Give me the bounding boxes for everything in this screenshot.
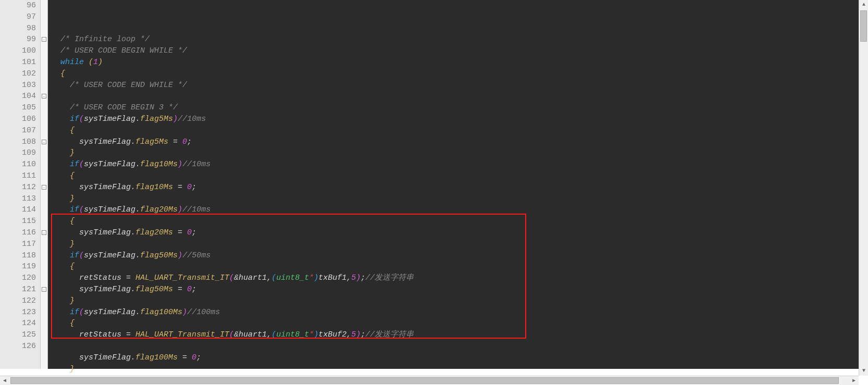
code-token: = (173, 228, 187, 237)
fold-toggle-icon[interactable]: - (42, 185, 46, 190)
code-token: sysTimeFlag (84, 251, 135, 260)
code-token: uint8_t (276, 274, 309, 282)
code-editor[interactable]: 9697989910010110210310410510610710810911… (0, 0, 859, 369)
code-token: = (178, 353, 192, 362)
code-line[interactable]: /* USER CODE END WHILE */ (51, 80, 859, 91)
code-token: ) (173, 115, 178, 123)
code-token: //10ms (182, 160, 210, 169)
scroll-right-arrow-icon[interactable]: ▶ (849, 376, 859, 385)
code-token: ; (192, 183, 196, 192)
line-number: 106 (0, 114, 36, 125)
scroll-left-arrow-icon[interactable]: ◀ (0, 376, 9, 385)
code-token: sysTimeFlag (79, 228, 131, 237)
line-number: 98 (0, 23, 36, 34)
code-line[interactable]: sysTimeFlag.flag20Ms = 0; (51, 227, 859, 239)
code-token: , (267, 330, 271, 339)
code-area[interactable]: /* Infinite loop */ /* USER CODE BEGIN W… (48, 0, 859, 369)
code-token: = (168, 138, 182, 146)
line-number: 121 (0, 284, 36, 295)
code-token: & (234, 274, 239, 282)
code-token: /* USER CODE BEGIN 3 */ (70, 103, 178, 112)
scroll-down-arrow-icon[interactable]: ▼ (859, 366, 868, 376)
line-number: 115 (0, 216, 36, 227)
fold-toggle-icon[interactable]: - (42, 287, 46, 292)
code-token: retStatus (79, 330, 121, 339)
line-number: 108 (0, 136, 36, 148)
code-token: . (131, 285, 135, 294)
line-number: 102 (0, 68, 36, 80)
line-number: 120 (0, 272, 36, 284)
code-token: ) (314, 274, 318, 282)
fold-toggle-icon[interactable]: - (42, 94, 46, 98)
line-number: 111 (0, 170, 36, 182)
code-line[interactable]: { (51, 216, 859, 227)
code-token: if (70, 308, 79, 317)
code-token: = (173, 285, 187, 294)
line-number: 110 (0, 159, 36, 170)
code-line[interactable]: { (51, 318, 859, 329)
code-token: ( (79, 115, 84, 123)
code-token: } (70, 240, 75, 249)
code-line[interactable]: } (51, 295, 859, 307)
code-line[interactable]: if(sysTimeFlag.flag20Ms)//10ms (51, 204, 859, 216)
code-token: huart1 (239, 330, 267, 339)
line-number-gutter: 9697989910010110210310410510610710810911… (0, 0, 41, 369)
code-line[interactable]: /* USER CODE BEGIN WHILE */ (51, 45, 859, 57)
code-token: uint8_t (276, 330, 309, 339)
code-line[interactable]: sysTimeFlag.flag10Ms = 0; (51, 182, 859, 193)
code-token: . (131, 353, 135, 362)
code-token: } (70, 148, 75, 157)
code-token: 0 (187, 228, 192, 237)
code-token: { (60, 69, 65, 78)
code-line[interactable]: { (51, 68, 859, 80)
code-line[interactable] (51, 91, 859, 102)
code-line[interactable]: retStatus = HAL_UART_Transmit_IT(&huart1… (51, 272, 859, 284)
scroll-up-arrow-icon[interactable]: ▲ (859, 0, 868, 9)
code-line[interactable]: { (51, 261, 859, 272)
code-token: txBuf2 (318, 330, 346, 339)
code-line[interactable]: sysTimeFlag.flag5Ms = 0; (51, 136, 859, 148)
code-line[interactable]: if(sysTimeFlag.flag50Ms)//50ms (51, 250, 859, 262)
code-token: 0 (192, 353, 196, 362)
code-line[interactable]: { (51, 170, 859, 182)
code-token: ( (229, 274, 234, 282)
vertical-scrollbar[interactable]: ▲ ▼ (859, 0, 868, 376)
code-line[interactable]: retStatus = HAL_UART_Transmit_IT(&huart1… (51, 329, 859, 341)
fold-toggle-icon[interactable]: - (42, 37, 46, 42)
code-token: sysTimeFlag (84, 205, 135, 214)
code-line[interactable]: } (51, 193, 859, 205)
code-line[interactable]: if(sysTimeFlag.flag5Ms)//10ms (51, 114, 859, 125)
code-token: ( (271, 274, 276, 282)
fold-toggle-icon[interactable]: - (42, 140, 46, 144)
code-line[interactable]: sysTimeFlag.flag100Ms = 0; (51, 352, 859, 364)
code-line[interactable]: { (51, 125, 859, 136)
fold-toggle-icon[interactable]: - (42, 230, 46, 235)
code-line[interactable] (51, 341, 859, 352)
line-number: 105 (0, 102, 36, 114)
code-line[interactable]: sysTimeFlag.flag50Ms = 0; (51, 284, 859, 295)
code-token: ; (187, 138, 192, 146)
code-line[interactable]: /* USER CODE BEGIN 3 */ (51, 102, 859, 114)
vertical-scroll-thumb[interactable] (860, 10, 867, 42)
code-line[interactable]: if(sysTimeFlag.flag10Ms)//10ms (51, 159, 859, 170)
code-token: ) (178, 160, 182, 169)
code-token: . (135, 115, 140, 123)
horizontal-scrollbar[interactable]: ◀ ▶ (0, 376, 859, 385)
code-token: while (60, 58, 84, 67)
code-line[interactable]: } (51, 239, 859, 250)
horizontal-scroll-thumb[interactable] (10, 377, 839, 384)
code-line[interactable]: } (51, 364, 859, 375)
code-token: ) (98, 58, 103, 67)
code-token: flag10Ms (135, 183, 173, 192)
code-token: /* Infinite loop */ (60, 35, 150, 44)
code-line[interactable]: /* Infinite loop */ (51, 34, 859, 45)
code-line[interactable]: } (51, 147, 859, 159)
line-number: 117 (0, 239, 36, 250)
code-token: retStatus (79, 274, 121, 282)
code-line[interactable]: while (1) (51, 57, 859, 68)
code-token: ( (79, 205, 84, 214)
code-token: flag100Ms (135, 353, 178, 362)
code-line[interactable]: if(sysTimeFlag.flag100Ms)//100ms (51, 307, 859, 318)
code-token: flag5Ms (140, 115, 173, 123)
code-token: sysTimeFlag (84, 160, 135, 169)
